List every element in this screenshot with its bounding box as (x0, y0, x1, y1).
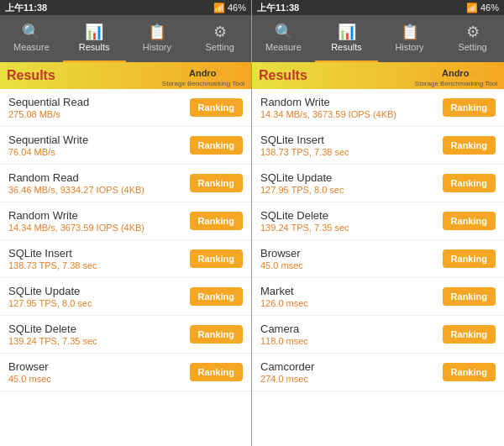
result-market-name: Market (260, 285, 308, 297)
history-icon-right: 📋 (401, 24, 419, 39)
result-seq-write-info: Sequential Write 76.04 MB/s (8, 134, 88, 157)
ranking-btn-sqlite-delete[interactable]: Ranking (190, 325, 243, 344)
nav-results-right[interactable]: 📊 Results (315, 15, 378, 62)
result-sqlite-delete-name-r: SQLite Delete (260, 209, 349, 222)
androbench-logo-left: AndroBench Storage Benchmarking Tool (162, 64, 244, 88)
result-sqlite-delete-value: 139.24 TPS, 7.35 sec (8, 336, 97, 346)
ranking-btn-market[interactable]: Ranking (443, 287, 496, 306)
ranking-btn-sqlite-update[interactable]: Ranking (190, 287, 243, 306)
nav-history-left[interactable]: 📋 History (126, 15, 189, 62)
result-sqlite-delete-info-r: SQLite Delete 139.24 TPS, 7.35 sec (260, 209, 349, 233)
ranking-btn-rand-read[interactable]: Ranking (190, 174, 243, 192)
result-camcorder-info: Camcorder 274.0 msec (260, 360, 314, 384)
results-list-right: Random Write 14.34 MB/s, 3673.59 IOPS (4… (252, 89, 504, 446)
ranking-btn-rand-write[interactable]: Ranking (190, 212, 243, 230)
result-sqlite-delete-name: SQLite Delete (8, 323, 97, 335)
nav-measure-label-left: Measure (13, 42, 50, 52)
logo-sub-left: Storage Benchmarking Tool (162, 80, 244, 88)
result-seq-write-value: 76.04 MB/s (8, 147, 88, 157)
result-sqlite-update-value-r: 127.95 TPS, 8.0 sec (260, 185, 344, 195)
result-rand-write-info-r: Random Write 14.34 MB/s, 3673.59 IOPS (4… (260, 96, 396, 119)
result-sqlite-update-r: SQLite Update 127.95 TPS, 8.0 sec Rankin… (252, 165, 504, 202)
androbench-logo-right: AndroBench Storage Benchmarking Tool (415, 64, 497, 88)
result-sqlite-insert-value: 138.73 TPS, 7.38 sec (8, 260, 97, 270)
result-sqlite-insert: SQLite Insert 138.73 TPS, 7.38 sec Ranki… (0, 240, 251, 278)
setting-icon-left: ⚙ (213, 24, 227, 39)
result-camera-name: Camera (260, 323, 308, 335)
nav-setting-left[interactable]: ⚙ Setting (188, 15, 251, 62)
bench-text-right: Bench (469, 68, 497, 78)
history-icon-left: 📋 (148, 24, 166, 39)
result-browser-name: Browser (8, 360, 51, 373)
result-rand-read-name: Random Read (8, 171, 144, 184)
result-seq-read: Sequential Read 275.08 MB/s Ranking (0, 89, 251, 127)
result-seq-read-name: Sequential Read (8, 96, 89, 108)
result-rand-write-r: Random Write 14.34 MB/s, 3673.59 IOPS (4… (252, 89, 504, 127)
result-seq-write-name: Sequential Write (8, 134, 88, 146)
result-seq-write: Sequential Write 76.04 MB/s Ranking (0, 127, 251, 165)
result-sqlite-delete-r: SQLite Delete 139.24 TPS, 7.35 sec Ranki… (252, 202, 504, 240)
result-camera: Camera 118.0 msec Ranking (252, 316, 504, 354)
result-browser-info-r: Browser 45.0 msec (260, 247, 303, 270)
result-camera-info: Camera 118.0 msec (260, 323, 308, 346)
result-sqlite-update-value: 127.95 TPS, 8.0 sec (8, 298, 92, 308)
result-browser-info: Browser 45.0 msec (8, 360, 51, 384)
ranking-btn-sqlite-delete-r[interactable]: Ranking (443, 212, 496, 230)
nav-setting-label-left: Setting (206, 42, 234, 52)
andro-text-right: Andro (442, 68, 469, 78)
measure-icon-right: 🔍 (275, 24, 293, 39)
measure-icon-left: 🔍 (22, 24, 40, 39)
result-camcorder: Camcorder 274.0 msec Ranking (252, 354, 504, 391)
ranking-btn-seq-read[interactable]: Ranking (190, 98, 243, 117)
ranking-btn-sqlite-update-r[interactable]: Ranking (443, 174, 496, 192)
result-sqlite-delete-info: SQLite Delete 139.24 TPS, 7.35 sec (8, 323, 97, 346)
ranking-btn-camcorder[interactable]: Ranking (443, 363, 496, 381)
results-title-right: Results (259, 68, 307, 83)
signal-icon-right: 📶 (466, 3, 478, 13)
nav-measure-right[interactable]: 🔍 Measure (252, 15, 315, 62)
ranking-btn-seq-write[interactable]: Ranking (190, 136, 243, 155)
results-header-right: Results AndroBench Storage Benchmarking … (252, 62, 504, 89)
nav-measure-left[interactable]: 🔍 Measure (0, 15, 63, 62)
ranking-btn-rand-write-r[interactable]: Ranking (443, 98, 496, 117)
status-time-left: 上午11:38 (5, 2, 47, 14)
result-browser-value-r: 45.0 msec (260, 260, 303, 270)
result-camera-value: 118.0 msec (260, 336, 308, 346)
result-browser-value: 45.0 msec (8, 374, 51, 384)
ranking-btn-sqlite-insert-r[interactable]: Ranking (443, 136, 496, 155)
result-sqlite-insert-info-r: SQLite Insert 138.73 TPS, 7.38 sec (260, 134, 349, 157)
result-browser: Browser 45.0 msec Ranking (0, 354, 251, 391)
result-sqlite-insert-info: SQLite Insert 138.73 TPS, 7.38 sec (8, 247, 97, 270)
results-title-left: Results (7, 68, 55, 83)
nav-results-label-left: Results (79, 42, 110, 52)
ranking-btn-camera[interactable]: Ranking (443, 325, 496, 344)
ranking-btn-sqlite-insert[interactable]: Ranking (190, 249, 243, 268)
battery-right: 46% (480, 3, 499, 13)
result-market: Market 126.0 msec Ranking (252, 278, 504, 316)
nav-setting-right[interactable]: ⚙ Setting (441, 15, 504, 62)
ranking-btn-browser-r[interactable]: Ranking (443, 249, 496, 268)
bench-text-left: Bench (216, 68, 244, 78)
nav-bar-left: 🔍 Measure 📊 Results 📋 History ⚙ Setting (0, 15, 251, 62)
result-sqlite-update-info: SQLite Update 127.95 TPS, 8.0 sec (8, 285, 92, 308)
status-icons-left: 📶 46% (213, 3, 246, 13)
result-seq-read-value: 275.08 MB/s (8, 109, 89, 119)
result-camcorder-name: Camcorder (260, 360, 314, 373)
ranking-btn-browser[interactable]: Ranking (190, 363, 243, 381)
result-market-value: 126.0 msec (260, 298, 308, 308)
nav-history-right[interactable]: 📋 History (378, 15, 441, 62)
result-rand-write-name: Random Write (8, 209, 144, 222)
result-sqlite-insert-r: SQLite Insert 138.73 TPS, 7.38 sec Ranki… (252, 127, 504, 165)
result-sqlite-insert-name-r: SQLite Insert (260, 134, 349, 146)
results-icon-left: 📊 (85, 24, 103, 39)
result-sqlite-update-info-r: SQLite Update 127.95 TPS, 8.0 sec (260, 171, 344, 195)
result-seq-read-info: Sequential Read 275.08 MB/s (8, 96, 89, 119)
setting-icon-right: ⚙ (466, 24, 480, 39)
result-browser-name-r: Browser (260, 247, 303, 260)
result-sqlite-delete: SQLite Delete 139.24 TPS, 7.35 sec Ranki… (0, 316, 251, 354)
status-bar-right: 上午11:38 📶 46% (252, 0, 504, 15)
result-market-info: Market 126.0 msec (260, 285, 308, 308)
results-icon-right: 📊 (338, 24, 356, 39)
signal-icon-left: 📶 (213, 3, 225, 13)
nav-results-left[interactable]: 📊 Results (63, 15, 126, 62)
